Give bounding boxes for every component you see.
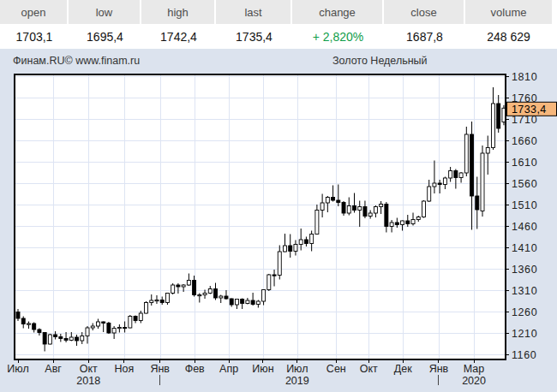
y-axis-label: 1510 <box>512 199 537 211</box>
x-axis-year-label: 2019 <box>285 375 309 387</box>
candle <box>171 283 175 294</box>
x-axis-month-label: Июл <box>7 363 28 375</box>
candle <box>145 301 148 314</box>
y-axis-label: 1210 <box>512 328 537 340</box>
candle <box>464 127 468 176</box>
x-axis-month-label: Авг <box>45 363 62 375</box>
y-axis-label: 1360 <box>512 264 537 276</box>
current-price-tag-label: 1733,4 <box>512 104 547 116</box>
x-axis-month-label: Окт <box>360 363 378 375</box>
y-axis-label: 1310 <box>512 285 537 297</box>
candle <box>422 200 425 218</box>
y-axis-label: 1260 <box>512 306 537 318</box>
x-axis-month-label: Июл <box>286 363 308 375</box>
candle <box>481 146 484 217</box>
y-axis-label: 1660 <box>512 135 537 147</box>
candle <box>267 274 271 291</box>
y-axis-label: 1610 <box>512 157 537 169</box>
x-axis-year-label: 2020 <box>462 375 486 387</box>
y-axis-label: 1410 <box>512 242 537 254</box>
candle <box>165 293 169 305</box>
y-axis-label: 1160 <box>512 349 536 361</box>
plot-area <box>15 74 506 359</box>
candle <box>48 334 51 345</box>
y-axis-label: 1560 <box>512 178 537 190</box>
candle <box>342 201 345 216</box>
x-axis-month-label: Фев <box>185 363 205 375</box>
y-axis-label: 1460 <box>512 221 537 233</box>
x-axis-year-label: 2018 <box>76 375 100 387</box>
x-axis-month-label: Дек <box>394 363 412 375</box>
x-axis-month-label: Янв <box>150 363 170 375</box>
finam-gold-weekly-widget: openlowhighlastchangeclosevolume 1703,11… <box>0 0 557 392</box>
x-axis-month-label: Июн <box>252 363 273 375</box>
x-axis-month-label: Апр <box>219 363 238 375</box>
candle <box>107 322 111 334</box>
x-axis-month-label: Янв <box>429 363 449 375</box>
candle <box>129 315 132 329</box>
x-axis-month-label: Сен <box>326 363 346 375</box>
y-axis-label: 1810 <box>512 71 537 83</box>
x-axis-month-label: Ноя <box>115 363 135 375</box>
candlestick-chart: 1810176017101660161015601510146014101360… <box>0 0 557 392</box>
x-axis-month-label: Окт <box>80 363 98 375</box>
x-axis-month-label: Мар <box>464 363 485 375</box>
